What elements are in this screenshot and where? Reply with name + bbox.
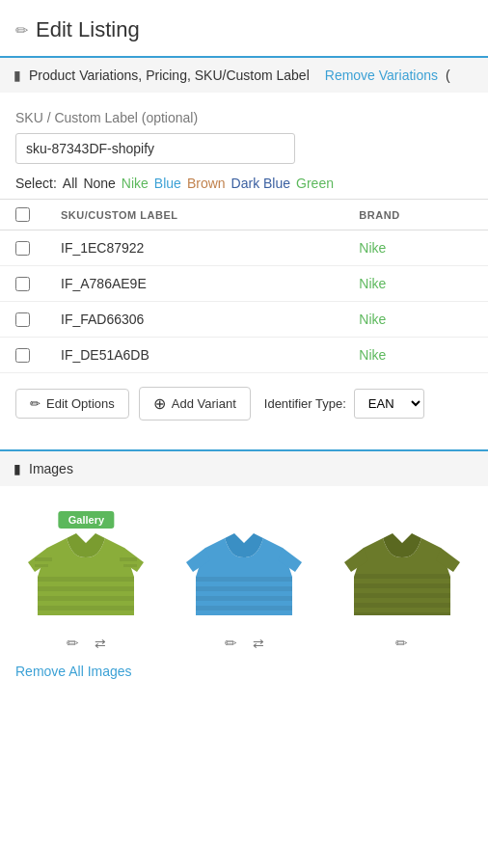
select-label: Select: (15, 176, 57, 191)
product-variations-section: ▮ Product Variations, Pricing, SKU/Custo… (0, 58, 488, 451)
image-actions-2: ✏ ⇄ (225, 627, 264, 660)
identifier-type-label: Identifier Type: (264, 396, 346, 411)
select-nike-link[interactable]: Nike (122, 176, 149, 191)
select-all-link[interactable]: All (63, 176, 78, 191)
image-item-3: ✏ (331, 502, 473, 660)
select-darkblue-link[interactable]: Dark Blue (231, 176, 290, 191)
row-checkbox-cell (0, 266, 45, 302)
image-actions-3: ✏ (395, 627, 408, 660)
row-brand-cell: Nike (343, 266, 488, 302)
svg-rect-10 (196, 596, 292, 601)
svg-rect-2 (38, 596, 134, 601)
row-checkbox-cell (0, 338, 45, 373)
sku-area: SKU / Custom Label (optional) (0, 93, 488, 164)
image-item-2: ✏ ⇄ (174, 502, 315, 660)
svg-rect-11 (196, 606, 292, 610)
table-header-row: SKU/CUSTOM LABEL BRAND (0, 200, 488, 231)
edit-image-icon-2[interactable]: ✏ (225, 635, 237, 652)
page-header: ✏ Edit Listing (0, 0, 488, 58)
svg-rect-1 (38, 586, 134, 591)
table-col-brand: BRAND (343, 200, 488, 231)
row-checkbox[interactable] (15, 277, 30, 291)
svg-rect-5 (35, 564, 48, 567)
sku-label: SKU / Custom Label (optional) (15, 110, 473, 125)
edit-image-icon-3[interactable]: ✏ (395, 635, 408, 652)
images-minus-icon: ▮ (14, 461, 21, 476)
svg-rect-7 (123, 564, 137, 567)
add-icon: ⊕ (153, 394, 166, 413)
image-actions-1: ✏ ⇄ (67, 627, 106, 660)
row-checkbox[interactable] (15, 312, 30, 327)
gallery-badge: Gallery (59, 511, 114, 529)
image-thumb-1: Gallery (15, 502, 157, 627)
row-checkbox[interactable] (15, 348, 30, 363)
remove-variations-link[interactable]: Remove Variations (325, 68, 438, 83)
select-blue-link[interactable]: Blue (154, 176, 181, 191)
edit-icon: ✏ (15, 21, 28, 40)
table-row: IF_DE51A6DB Nike (0, 338, 488, 373)
select-none-link[interactable]: None (83, 176, 115, 191)
identifier-type-group: Identifier Type: EAN UPC ISBN ASIN (264, 389, 424, 419)
variants-table: SKU/CUSTOM LABEL BRAND IF_1EC87922 Nike … (0, 199, 488, 373)
images-section-header: ▮ Images (0, 451, 488, 486)
row-sku-cell: IF_1EC87922 (45, 231, 343, 266)
select-row: Select: All None Nike Blue Brown Dark Bl… (0, 164, 488, 199)
action-bar: ✏ Edit Options ⊕ Add Variant Identifier … (0, 373, 488, 434)
image-item-1: Gallery (15, 502, 157, 660)
polo-shirt-olive (339, 504, 465, 625)
svg-rect-6 (120, 557, 137, 561)
select-all-checkbox[interactable] (15, 207, 30, 222)
table-row: IF_1EC87922 Nike (0, 231, 488, 266)
images-section: ▮ Images Gallery (0, 451, 488, 698)
section-header-paren: ( (446, 68, 450, 83)
svg-rect-4 (35, 557, 52, 561)
image-thumb-2 (174, 502, 315, 627)
row-checkbox-cell (0, 231, 45, 266)
table-row: IF_A786AE9E Nike (0, 266, 488, 302)
row-sku-cell: IF_FAD66306 (45, 302, 343, 338)
identifier-type-select[interactable]: EAN UPC ISBN ASIN (354, 389, 424, 419)
select-brown-link[interactable]: Brown (187, 176, 226, 191)
table-row: IF_FAD66306 Nike (0, 302, 488, 338)
edit-options-button[interactable]: ✏ Edit Options (15, 389, 129, 419)
svg-rect-12 (354, 574, 450, 579)
image-thumb-3 (331, 502, 473, 627)
table-col-checkbox (0, 200, 45, 231)
swap-image-icon-2[interactable]: ⇄ (253, 636, 264, 651)
svg-rect-15 (354, 603, 450, 608)
row-brand-cell: Nike (343, 231, 488, 266)
polo-shirt-blue (181, 504, 307, 625)
row-brand-cell: Nike (343, 302, 488, 338)
sku-input[interactable] (15, 133, 295, 164)
images-section-label: Images (29, 461, 73, 476)
row-sku-cell: IF_A786AE9E (45, 266, 343, 302)
svg-rect-3 (38, 606, 134, 610)
svg-rect-8 (196, 577, 292, 582)
page-title: Edit Listing (36, 17, 140, 42)
remove-all-images-link[interactable]: Remove All Images (0, 660, 488, 679)
row-sku-cell: IF_DE51A6DB (45, 338, 343, 373)
svg-rect-9 (196, 586, 292, 591)
images-grid: Gallery (0, 486, 488, 660)
svg-rect-16 (354, 612, 450, 615)
section-header: ▮ Product Variations, Pricing, SKU/Custo… (0, 58, 488, 93)
add-variant-button[interactable]: ⊕ Add Variant (139, 387, 251, 420)
edit-image-icon-1[interactable]: ✏ (67, 635, 79, 652)
edit-options-pencil-icon: ✏ (30, 396, 41, 411)
row-brand-cell: Nike (343, 338, 488, 373)
svg-rect-0 (38, 577, 134, 582)
select-green-link[interactable]: Green (296, 176, 334, 191)
row-checkbox-cell (0, 302, 45, 338)
svg-rect-13 (354, 583, 450, 588)
row-checkbox[interactable] (15, 241, 30, 256)
section-header-label: Product Variations, Pricing, SKU/Custom … (29, 68, 310, 83)
svg-rect-14 (354, 593, 450, 598)
table-col-sku: SKU/CUSTOM LABEL (45, 200, 343, 231)
swap-image-icon-1[interactable]: ⇄ (95, 636, 106, 651)
minus-icon: ▮ (14, 68, 21, 83)
